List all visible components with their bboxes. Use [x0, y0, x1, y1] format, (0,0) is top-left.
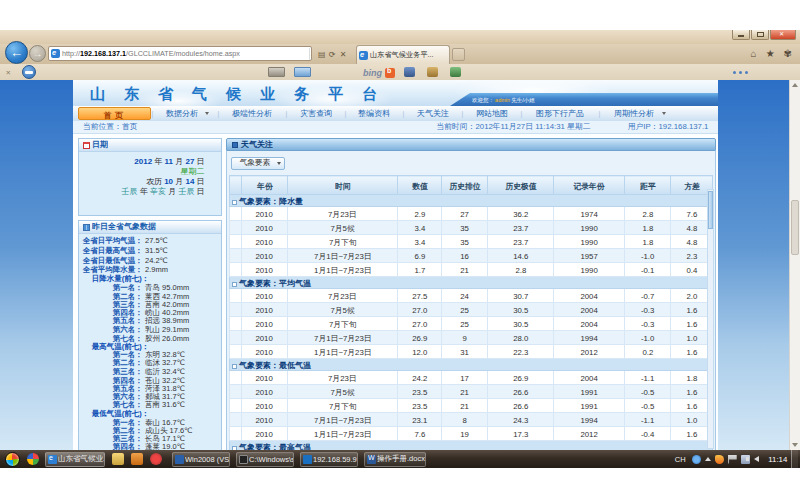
column-header: 记录年份 — [554, 176, 625, 195]
menu-item[interactable]: 天气关注 — [405, 107, 461, 121]
close-button[interactable]: ✕ — [770, 30, 796, 40]
weather-watch-header: 天气关注 — [226, 138, 716, 151]
menu-item[interactable]: 数据分析 — [154, 107, 217, 121]
start-button[interactable] — [5, 452, 20, 467]
url-text: http://192.168.137.1/GLCCLIMATE/modules/… — [62, 50, 240, 58]
taskbar-active-task[interactable]: e 山东省气候业... — [45, 452, 105, 467]
stats-row: 全省平均降水量：2.9mm — [79, 265, 221, 275]
taskbar-task-4[interactable]: W操作手册.docx ... — [364, 452, 426, 467]
new-tab-button[interactable] — [452, 48, 465, 61]
pinned-app-icon-3[interactable] — [150, 453, 162, 465]
overflow-dots-icon[interactable] — [733, 71, 748, 74]
site-container: 山东省气候业务平台 欢迎您：admin先生/小姐 首页 |数据分析|极端性分析|… — [73, 80, 718, 450]
table-row: 20101月1日~7月23日12.03122.320120.21.6 — [230, 345, 713, 359]
breadcrumb-bar: 当前位置：首页 当前时间：2012年11月27日 11:14:31 星期二 用户… — [73, 121, 718, 134]
compatibility-icon[interactable]: ▤ — [318, 50, 326, 59]
tray-icon-flame[interactable] — [715, 455, 724, 464]
stats-row: 第二名：成山头 17.6℃ — [79, 426, 221, 434]
stop-icon[interactable]: ✕ — [340, 50, 347, 59]
content-area: 日期 2012 年 11 月 27 日 星期二 农历 10 月 14 日 壬辰 … — [73, 134, 718, 450]
search-icon[interactable]: ⌕ — [311, 49, 312, 59]
scroll-down-icon[interactable] — [792, 443, 798, 447]
table-section-row: 气象要素：降水量 — [230, 195, 713, 207]
stats-panel-body: 全省日平均气温：27.5℃全省日最高气温：31.5℃全省日最低气温：24.2℃全… — [79, 234, 221, 450]
stats-row: 第五名：招远 38.9mm — [79, 317, 221, 325]
table-row: 20107月下旬23.52126.61991-0.51.6 — [230, 399, 713, 413]
browser-scrollbar[interactable] — [789, 80, 800, 450]
menu-item[interactable]: 图形下行产品 — [522, 107, 598, 121]
stats-row: 第七名：胶州 26.0mm — [79, 333, 221, 341]
table-row: 20107月5候27.02530.52004-0.31.6 — [230, 303, 713, 317]
stats-row: 第三名：莒南 42.0mm — [79, 300, 221, 308]
date-panel: 日期 2012 年 11 月 27 日 星期二 农历 10 月 14 日 壬辰 … — [78, 138, 222, 216]
maximize-button[interactable] — [751, 30, 769, 40]
pinned-app-icon-2[interactable] — [131, 453, 143, 465]
menu-item[interactable]: 灾害查询 — [288, 107, 344, 121]
favorite-icon-2[interactable] — [427, 67, 438, 77]
weather-stats-panel: 昨日全省气象数据 全省日平均气温：27.5℃全省日最高气温：31.5℃全省日最低… — [78, 220, 222, 450]
browser-tab[interactable]: e 山东省气候业务平... ✕ — [356, 45, 450, 64]
volume-icon[interactable] — [754, 456, 759, 462]
tray-expand-icon[interactable] — [705, 457, 711, 461]
stats-row: 第二名：临沭 32.7℃ — [79, 359, 221, 367]
stats-panel-title: 昨日全省气象数据 — [92, 221, 156, 232]
taskbar-clock: 11:14 — [768, 455, 787, 464]
table-row: 20107月下旬27.02530.52004-0.31.6 — [230, 317, 713, 331]
favorite-icon-1[interactable] — [404, 67, 415, 77]
section-checkbox[interactable] — [232, 282, 237, 287]
forward-button[interactable]: → — [29, 45, 46, 62]
section-checkbox[interactable] — [232, 200, 237, 205]
menu-item-home[interactable]: 首页 — [78, 107, 151, 120]
blocked-icon[interactable] — [22, 65, 36, 79]
minimize-button[interactable] — [732, 30, 750, 40]
table-row: 20107月1日~7月23日6.91614.61957-1.02.3 — [230, 249, 713, 263]
current-time: 当前时间：2012年11月27日 11:14:31 星期二 — [437, 122, 591, 133]
stats-section-label: 最高气温(前七)： — [79, 342, 221, 350]
chart-icon — [83, 224, 90, 231]
tray-icon-blue[interactable] — [692, 455, 701, 464]
folder-icon[interactable] — [112, 453, 124, 465]
refresh-icon[interactable]: ⟳ — [329, 50, 336, 59]
settings-gear-icon[interactable]: ✾ — [784, 48, 792, 59]
column-header: 历史排位 — [442, 176, 488, 195]
address-bar[interactable]: e http://192.168.137.1/GLCCLIMATE/module… — [48, 46, 312, 61]
site-header: 山东省气候业务平台 欢迎您：admin先生/小姐 — [73, 80, 718, 106]
calendar-icon — [83, 142, 90, 149]
menu-item[interactable]: 网站地图 — [464, 107, 520, 121]
taskbar-task-2[interactable]: C:\Windows\sy... — [236, 452, 294, 467]
menu-item[interactable]: 周期性分析 — [601, 107, 674, 121]
column-header: 历史极值 — [488, 176, 554, 195]
home-icon[interactable]: ⌂ — [751, 48, 757, 59]
bing-logo[interactable]: bing b — [362, 67, 395, 78]
table-row: 20107月23日24.21726.92004-1.11.8 — [230, 371, 713, 385]
scroll-up-icon[interactable] — [792, 83, 798, 87]
stats-row: 第六名：郯城 31.7℃ — [79, 392, 221, 400]
menu-item[interactable]: 整编资料 — [346, 107, 402, 121]
close-toolbar-icon[interactable]: ✕ — [5, 69, 10, 76]
weather-watch-panel: 天气关注 气象要素 年份时间数值历史排位历史极值记录年份距平方差 气象要素：降水… — [226, 138, 716, 450]
language-indicator[interactable]: CH — [675, 455, 686, 463]
stats-row: 第四名：蓬莱 19.0℃ — [79, 443, 221, 450]
section-checkbox[interactable] — [232, 364, 237, 369]
taskbar-task-1[interactable]: Win2008 (VS2... — [172, 452, 230, 467]
favorites-star-icon[interactable]: ★ — [766, 48, 775, 59]
table-scrollbar[interactable] — [707, 189, 714, 449]
back-button[interactable]: ← — [5, 41, 28, 64]
mail-icon[interactable] — [294, 67, 311, 77]
pinned-app-icon[interactable] — [27, 453, 39, 465]
camera-icon[interactable] — [268, 67, 285, 77]
menu-item[interactable]: 极端性分析 — [219, 107, 285, 121]
element-filter-button[interactable]: 气象要素 — [231, 157, 285, 170]
flag-icon[interactable] — [728, 455, 737, 464]
table-row: 20107月下旬3.43523.719901.84.8 — [230, 235, 713, 249]
stats-row: 全省日最低气温：24.2℃ — [79, 255, 221, 265]
table-toolbar: 气象要素 — [227, 151, 715, 175]
column-header: 距平 — [625, 176, 671, 195]
table-row: 20107月5候23.52126.61991-0.51.6 — [230, 385, 713, 399]
taskbar-task-3[interactable]: 192.168.59.99... — [300, 452, 358, 467]
show-desktop-button[interactable] — [791, 450, 798, 468]
favorite-icon-3[interactable] — [450, 67, 461, 77]
table-section-row: 气象要素：平均气温 — [230, 277, 713, 289]
stats-row: 第六名：乳山 29.1mm — [79, 325, 221, 333]
stats-row: 第四名：苍山 32.2℃ — [79, 375, 221, 383]
